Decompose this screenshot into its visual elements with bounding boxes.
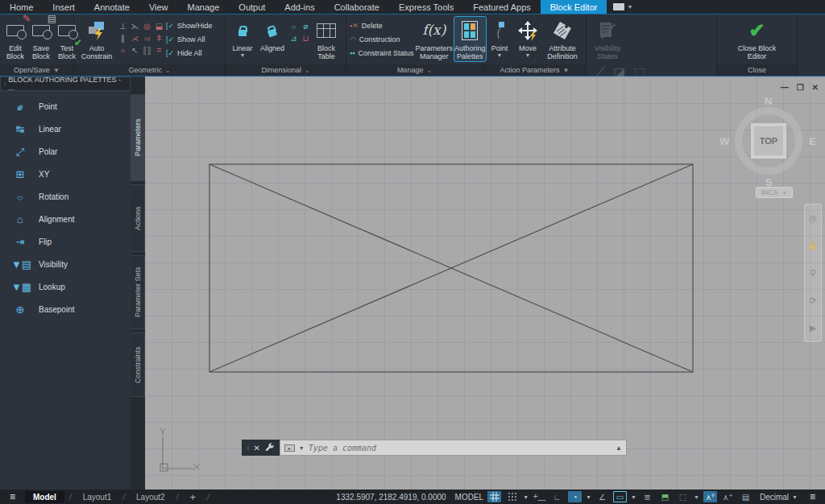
tab-addins[interactable]: Add-ins [275,0,324,14]
pan-icon[interactable]: ✋ [807,241,819,251]
tab-block-editor[interactable]: Block Editor [541,0,607,14]
chevron-down-icon[interactable]: ▼ [694,494,699,500]
convert-dim-icon[interactable]: ⊔ [301,34,311,44]
move-action-button[interactable]: Move ▼ [514,17,541,59]
command-history-icon[interactable]: ▲ [616,444,622,452]
tab-parameter-sets[interactable]: Parameter Sets [131,255,145,329]
block-table-button[interactable]: Block Table [313,17,340,61]
delete-constraints-button[interactable]: ▪✕Delete [350,20,413,31]
panel-expand-icon[interactable]: ⌄ [426,67,432,74]
palette-item-basepoint[interactable]: ⊕Basepoint [0,302,131,317]
palette-item-lookup[interactable]: ▼▦Lookup [0,279,131,295]
close-block-editor-button[interactable]: ✔ Close Block Editor [729,17,786,61]
command-grip-icon[interactable]: ⁞⁞ [247,444,248,452]
ribbon-display-button[interactable]: ▼ [607,0,639,14]
viewcube[interactable]: TOP N W E S [724,97,813,185]
palette-title-bar[interactable]: ⁞ BLOCK AUTHORING PALETTES - ... [0,76,131,91]
chevron-down-icon[interactable]: ▼ [631,494,636,500]
tab-actions[interactable]: Actions [131,184,145,252]
command-line-handle[interactable]: ⁞⁞ ✕ [242,440,280,456]
tab-collaborate[interactable]: Collaborate [325,0,389,14]
palette-item-polar[interactable]: ⤢Polar [0,144,131,159]
tab-featured-apps[interactable]: Featured Apps [463,0,541,14]
hide-all-button[interactable]: [✓Hide All [166,48,213,59]
panel-expand-icon[interactable]: ⌄ [165,67,171,74]
customize-wrench-icon[interactable] [265,443,275,452]
object-snap-toggle[interactable]: ▭ [613,491,627,502]
customization-menu-icon[interactable]: ≡ [805,491,820,502]
symmetric-constraint-icon[interactable]: ⫤ [142,34,152,44]
tab-insert[interactable]: Insert [43,0,85,14]
recent-commands-icon[interactable]: ▸ [284,444,295,452]
tab-constraints[interactable]: Constraints [131,333,145,397]
chevron-down-icon[interactable]: ▼ [523,494,529,500]
viewcube-west[interactable]: W [719,135,729,147]
palette-item-visibility[interactable]: ▼▤Visibility [0,257,131,272]
tab-parameters[interactable]: Parameters [131,94,145,181]
show-hide-button[interactable]: [✓Show/Hide [166,20,213,31]
lineweight-toggle[interactable]: ≣ [641,491,654,502]
constraint-status-button[interactable]: ▪▪Constraint Status [350,48,413,59]
tab-view[interactable]: View [139,0,178,14]
annotation-autoscale-toggle[interactable]: ⋏⁺ [721,491,735,502]
concentric-constraint-icon[interactable]: ◎ [142,22,152,32]
annotation-visibility-toggle[interactable]: ⋏° [703,491,717,502]
fix-constraint-icon[interactable]: ⬓ [154,22,164,32]
transparency-toggle[interactable]: ⬒ [658,491,672,502]
vertical-constraint-icon[interactable]: ǂ [154,34,164,44]
palette-grip-icon[interactable]: ⁞ [4,81,5,88]
layout-menu-icon[interactable]: ≡ [5,491,20,502]
edit-block-button[interactable]: ✎ Edit Block [3,17,27,61]
tab-express-tools[interactable]: Express Tools [389,0,463,14]
palette-item-alignment[interactable]: ⌂Alignment [0,212,131,227]
tab-output[interactable]: Output [229,0,275,14]
coincident-constraint-icon[interactable]: ⟦⟧ [142,46,152,56]
authoring-palettes-button[interactable]: Authoring Palettes [454,17,486,61]
layout1-tab[interactable]: Layout1 [77,493,118,502]
show-all-button[interactable]: [✓Show All [166,34,213,45]
colinear-constraint-icon[interactable]: ⋌ [130,34,140,44]
navigation-wheel-icon[interactable]: ◎ [809,213,817,224]
palette-item-rotation[interactable]: ⌔Rotation [0,189,131,204]
palette-item-flip[interactable]: ⇥Flip [0,234,131,250]
tab-annotate[interactable]: Annotate [85,0,139,14]
parallel-constraint-icon[interactable]: ∥ [118,34,128,44]
tab-home[interactable]: Home [0,0,43,14]
panel-expand-icon[interactable]: ⌄ [305,67,310,74]
zoom-extents-icon[interactable]: ⚲ [810,268,816,279]
panel-label-action-parameters[interactable]: Action Parameters▼ [483,64,586,76]
angular-dim-icon[interactable]: ⌔ [288,22,299,32]
construction-button[interactable]: ◠Construction [350,34,413,45]
smooth-constraint-icon[interactable]: ↖ [130,46,140,56]
aligned-dim-button[interactable]: Aligned [258,17,287,52]
radial-dim-icon[interactable]: ⌀ [301,22,311,32]
parameters-manager-button[interactable]: f(x) Parameters Manager [415,17,453,61]
new-layout-button[interactable]: + [183,491,202,503]
attribute-definition-button[interactable]: Attribute Definition [543,17,582,61]
tangent-constraint-icon[interactable]: ⋋ [130,22,140,32]
showmotion-icon[interactable]: ▶ [810,323,816,333]
auto-constrain-button[interactable]: Auto Constrain [77,17,116,61]
equal-constraint-icon[interactable]: = [154,46,164,56]
viewcube-east[interactable]: E [809,135,816,147]
panel-label-close[interactable]: Close [717,64,797,76]
diameter-dim-icon[interactable]: ⊿ [288,34,299,44]
linear-dim-button[interactable]: Linear ▼ [229,17,256,59]
tab-manage[interactable]: Manage [178,0,230,14]
annotation-scale-icon[interactable]: ▤ [739,491,752,502]
palette-item-linear[interactable]: ↹Linear [0,122,131,137]
orbit-icon[interactable]: ⟳ [809,295,816,306]
drawing-canvas[interactable]: — ❐ ✕ TOP N W E S WCS▼ ◎ ✋ ⚲ ⟳ ▶ [145,76,825,490]
grid-display-toggle[interactable] [487,491,501,502]
command-line[interactable]: ⁞⁞ ✕ ▸ ▼ Type a command ▲ [242,440,627,456]
panel-label-geometric[interactable]: Geometric⌄ [74,64,225,76]
snap-mode-toggle[interactable] [505,491,519,502]
command-close-icon[interactable]: ✕ [253,444,259,452]
perpendicular-constraint-icon[interactable]: ⊥ [118,22,128,32]
model-tab[interactable]: Model [25,491,64,503]
point-parameter-button[interactable]: Point ▼ [487,17,512,59]
viewcube-top-face[interactable]: TOP [751,123,786,159]
infer-constraints-toggle[interactable]: +⎽ [533,491,546,502]
layout2-tab[interactable]: Layout2 [130,493,172,502]
save-block-button[interactable]: ▤ Save Block [29,17,53,61]
